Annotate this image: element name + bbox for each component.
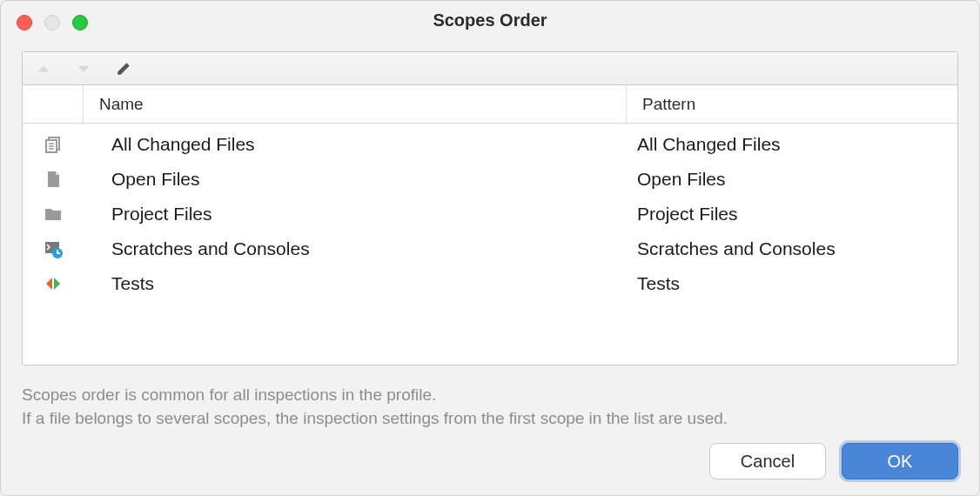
table-row[interactable]: Tests Tests <box>23 266 957 301</box>
table-row[interactable]: Open Files Open Files <box>23 162 957 197</box>
row-icon <box>23 238 84 259</box>
row-icon <box>23 204 84 225</box>
chevron-up-icon <box>36 61 51 77</box>
column-header-name[interactable]: Name <box>84 85 627 123</box>
column-header-icon <box>23 85 84 123</box>
table-body: All Changed Files All Changed Files Open… <box>23 124 957 365</box>
row-icon <box>23 169 84 190</box>
row-pattern: All Changed Files <box>627 134 957 155</box>
hint-line1: Scopes order is common for all inspectio… <box>22 383 958 407</box>
page-fold-icon <box>43 169 64 190</box>
dialog-window: Scopes Order Name Pattern <box>0 0 980 496</box>
column-header-pattern[interactable]: Pattern <box>627 85 957 123</box>
row-pattern: Scratches and Consoles <box>627 238 957 259</box>
maximize-window-button[interactable] <box>72 15 88 30</box>
row-pattern: Open Files <box>627 169 957 190</box>
row-icon <box>23 134 84 155</box>
table-row[interactable]: Project Files Project Files <box>23 197 957 231</box>
row-pattern: Tests <box>627 273 957 294</box>
cancel-button[interactable]: Cancel <box>709 443 826 479</box>
chevron-down-icon <box>76 61 91 77</box>
dialog-title: Scopes Order <box>1 10 979 30</box>
close-window-button[interactable] <box>17 15 32 30</box>
move-down-button[interactable] <box>71 57 96 81</box>
row-name: All Changed Files <box>84 134 627 155</box>
pencil-icon <box>116 61 131 77</box>
minimize-window-button[interactable] <box>44 15 60 30</box>
folder-icon <box>43 204 64 225</box>
titlebar: Scopes Order <box>1 1 979 41</box>
toolbar <box>23 52 957 85</box>
hint-line2: If a file belongs to several scopes, the… <box>22 406 958 431</box>
row-name: Project Files <box>84 204 627 225</box>
dialog-content: Name Pattern All Changed Files <box>1 41 979 372</box>
dialog-footer: Cancel OK <box>1 431 979 495</box>
row-name: Open Files <box>84 169 627 190</box>
scopes-panel: Name Pattern All Changed Files <box>22 51 958 365</box>
edit-button[interactable] <box>111 57 136 81</box>
terminal-clock-icon <box>43 238 64 259</box>
hint-text: Scopes order is common for all inspectio… <box>1 372 979 431</box>
ok-button[interactable]: OK <box>842 443 958 479</box>
row-icon <box>23 273 84 294</box>
table-row[interactable]: Scratches and Consoles Scratches and Con… <box>23 231 957 266</box>
move-up-button[interactable] <box>31 57 56 81</box>
row-name: Scratches and Consoles <box>84 238 627 259</box>
row-pattern: Project Files <box>627 204 957 225</box>
table-row[interactable]: All Changed Files All Changed Files <box>23 127 957 162</box>
table-header: Name Pattern <box>23 85 957 124</box>
doc-stack-icon <box>43 134 64 155</box>
test-arrows-icon <box>43 273 64 294</box>
window-controls <box>17 15 88 30</box>
row-name: Tests <box>84 273 627 294</box>
